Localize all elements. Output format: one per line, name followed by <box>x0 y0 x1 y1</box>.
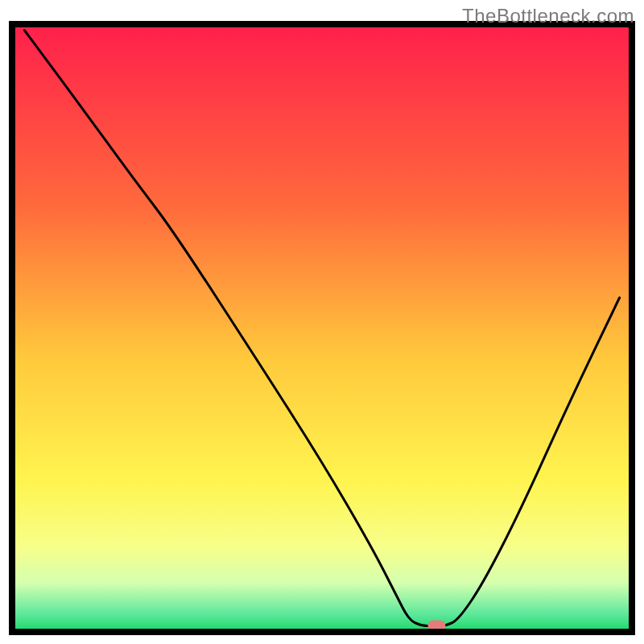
bottleneck-chart: TheBottleneck.com <box>0 0 644 644</box>
watermark-label: TheBottleneck.com <box>462 5 634 27</box>
gradient-background <box>12 24 632 632</box>
chart-svg <box>0 0 644 644</box>
